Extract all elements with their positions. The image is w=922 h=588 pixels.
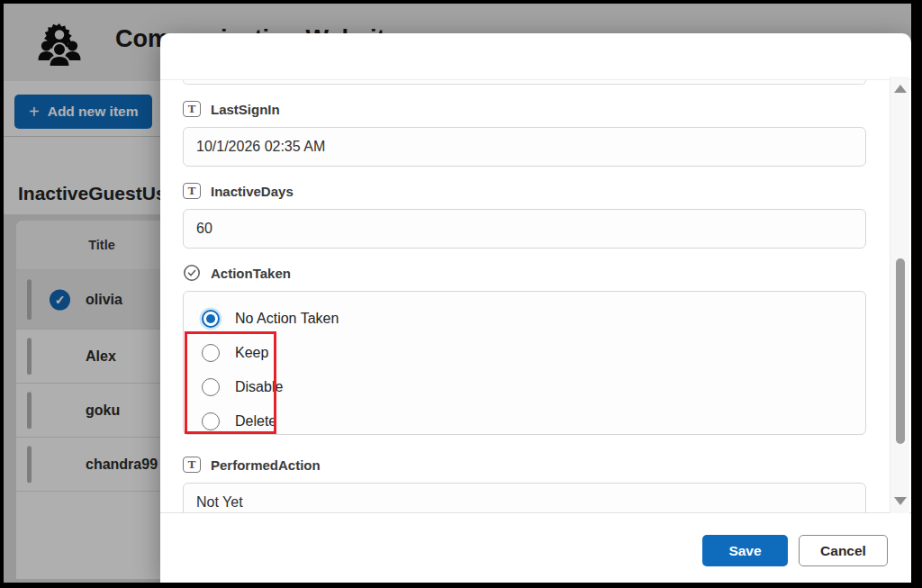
app-window: Communication Website + Add new item Ina… (0, 0, 922, 588)
radio-selected-icon[interactable] (202, 310, 220, 328)
field-label-text: PerformedAction (211, 457, 321, 473)
inactivedays-input[interactable]: 60 (183, 209, 866, 249)
radio-unselected-icon[interactable] (202, 412, 220, 430)
text-field-icon: T (183, 457, 201, 473)
lastsignin-input[interactable]: 10/1/2026 02:35 AM (183, 127, 866, 167)
radio-unselected-icon[interactable] (202, 378, 220, 396)
triangle-down-icon[interactable] (894, 497, 907, 505)
field-label-performedaction: T PerformedAction (183, 455, 866, 475)
dialog-scrollbar[interactable] (890, 77, 909, 513)
clipped-previous-field (183, 80, 866, 85)
field-label-lastsignin: T LastSignIn (183, 99, 866, 119)
dialog-form-scroll-area: T LastSignIn 10/1/2026 02:35 AM T Inacti… (160, 79, 911, 513)
radio-option-label[interactable]: No Action Taken (235, 311, 339, 327)
dialog-footer: Save Cancel (160, 513, 911, 583)
edit-item-dialog: T LastSignIn 10/1/2026 02:35 AM T Inacti… (160, 33, 911, 583)
triangle-up-icon[interactable] (894, 85, 907, 93)
text-field-icon: T (183, 183, 201, 199)
radio-option-delete[interactable]: Delete (196, 404, 865, 439)
cancel-button[interactable]: Cancel (799, 535, 888, 566)
field-label-text: ActionTaken (211, 266, 291, 281)
window-border-right (911, 0, 922, 588)
actiontaken-choice-group: No Action Taken Keep Disable Delete (183, 291, 866, 435)
radio-option-disable[interactable]: Disable (196, 370, 865, 404)
field-label-actiontaken: ActionTaken (183, 263, 866, 283)
radio-option-label[interactable]: Delete (235, 413, 276, 430)
field-label-text: InactiveDays (211, 184, 294, 199)
window-border-top (0, 0, 922, 4)
performedaction-input[interactable]: Not Yet (183, 483, 866, 513)
radio-unselected-icon[interactable] (202, 344, 220, 362)
window-border-bottom (0, 583, 922, 588)
save-button[interactable]: Save (702, 535, 788, 566)
field-label-text: LastSignIn (211, 102, 280, 117)
radio-option-label[interactable]: Keep (235, 345, 268, 361)
radio-option-keep[interactable]: Keep (196, 336, 865, 370)
text-field-icon: T (183, 101, 201, 117)
window-border-left (0, 0, 4, 588)
field-label-inactivedays: T InactiveDays (183, 181, 866, 201)
radio-option-no-action-taken[interactable]: No Action Taken (196, 302, 865, 336)
radio-option-label[interactable]: Disable (235, 379, 283, 395)
choice-field-icon (183, 264, 201, 282)
scrollbar-thumb[interactable] (896, 258, 905, 444)
